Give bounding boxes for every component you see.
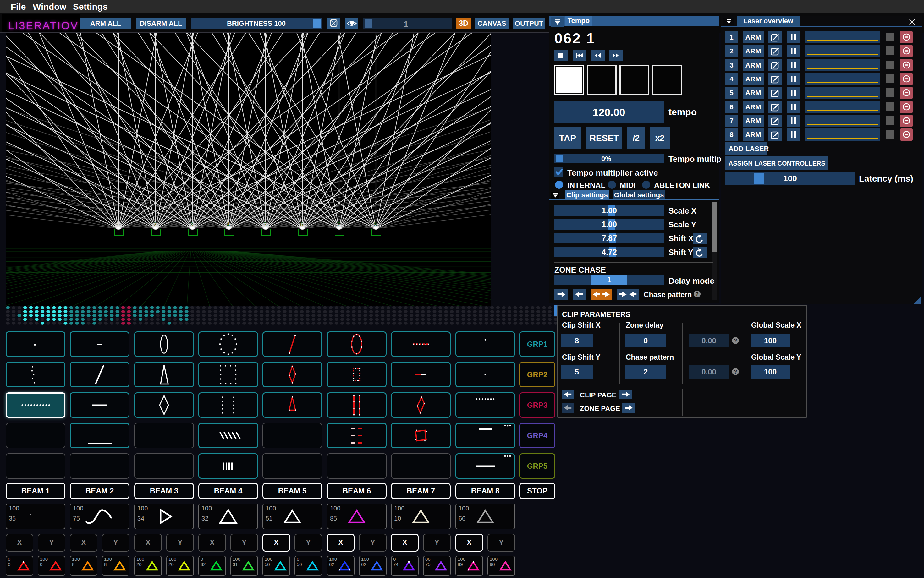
svg-text:?: ? <box>734 369 737 375</box>
svg-text:7: 7 <box>337 221 340 228</box>
svg-text:4: 4 <box>226 221 230 228</box>
svg-text:?: ? <box>734 338 737 344</box>
svg-text:?: ? <box>696 291 699 297</box>
svg-text:6: 6 <box>300 221 303 228</box>
svg-text:8: 8 <box>374 221 377 228</box>
svg-text:2: 2 <box>153 221 156 228</box>
svg-text:3: 3 <box>190 221 193 228</box>
svg-text:1: 1 <box>116 221 119 228</box>
svg-text:5: 5 <box>264 221 267 228</box>
